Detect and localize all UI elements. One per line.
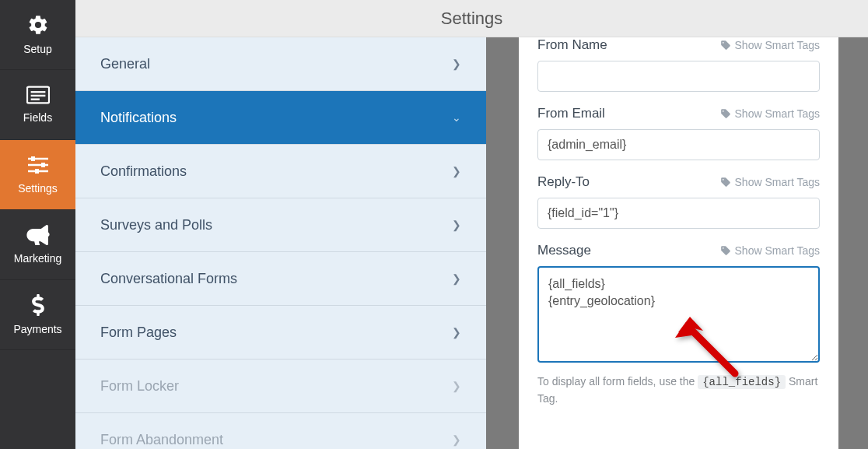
- rail-label: Settings: [18, 182, 58, 195]
- svg-rect-7: [41, 163, 45, 167]
- smart-tags-toggle[interactable]: Show Smart Tags: [720, 176, 820, 188]
- title-bar: Settings: [75, 0, 868, 37]
- nav-label: Confirmations: [100, 163, 187, 180]
- reply-to-input[interactable]: [537, 198, 820, 229]
- tags-icon: [720, 40, 731, 51]
- smart-tags-toggle[interactable]: Show Smart Tags: [720, 39, 820, 51]
- nav-item-form-pages[interactable]: Form Pages ❯: [75, 306, 486, 360]
- settings-nav: General ❯ Notifications ⌄ Confirmations …: [75, 37, 486, 449]
- nav-item-conversational[interactable]: Conversational Forms ❯: [75, 252, 486, 306]
- field-label: Message: [537, 243, 591, 258]
- field-label: From Email: [537, 106, 605, 121]
- smart-tags-toggle[interactable]: Show Smart Tags: [720, 244, 820, 257]
- list-icon: [26, 86, 50, 107]
- chevron-right-icon: ❯: [452, 165, 461, 177]
- nav-item-form-abandonment[interactable]: Form Abandonment ❯: [75, 413, 486, 449]
- message-textarea[interactable]: [537, 266, 820, 363]
- nav-label: Conversational Forms: [100, 271, 237, 287]
- bullhorn-icon: [26, 225, 50, 247]
- field-from-email: From Email Show Smart Tags: [537, 106, 820, 160]
- field-label: Reply-To: [537, 174, 590, 190]
- rail-label: Marketing: [14, 252, 61, 265]
- rail-item-settings[interactable]: Settings: [0, 140, 75, 210]
- chevron-right-icon: ❯: [452, 272, 461, 285]
- svg-rect-5: [31, 156, 35, 161]
- nav-item-surveys[interactable]: Surveys and Polls ❯: [75, 198, 486, 252]
- svg-rect-9: [35, 169, 39, 174]
- tags-icon: [720, 108, 731, 119]
- field-label: From Name: [537, 37, 607, 53]
- nav-item-notifications[interactable]: Notifications ⌄: [75, 91, 486, 145]
- nav-item-confirmations[interactable]: Confirmations ❯: [75, 145, 486, 198]
- sliders-icon: [26, 155, 50, 177]
- chevron-right-icon: ❯: [452, 58, 461, 70]
- smart-tags-toggle[interactable]: Show Smart Tags: [720, 107, 820, 120]
- rail-label: Payments: [13, 323, 61, 335]
- hint-code: {all_fields}: [698, 375, 786, 389]
- left-rail: Setup Fields Settings Marketing Payments: [0, 0, 75, 449]
- field-message: Message Show Smart Tags To display all f…: [537, 243, 820, 407]
- field-from-name: From Name Show Smart Tags: [537, 37, 820, 92]
- nav-label: General: [100, 56, 150, 72]
- chevron-right-icon: ❯: [452, 326, 461, 339]
- chevron-right-icon: ❯: [452, 380, 461, 392]
- rail-label: Fields: [23, 111, 52, 124]
- rail-item-setup[interactable]: Setup: [0, 0, 75, 70]
- rail-item-marketing[interactable]: Marketing: [0, 210, 75, 280]
- nav-label: Form Abandonment: [100, 432, 223, 448]
- nav-item-general[interactable]: General ❯: [75, 37, 486, 91]
- dollar-icon: [31, 294, 45, 318]
- gear-icon: [27, 14, 49, 38]
- chevron-down-icon: ⌄: [452, 111, 461, 124]
- rail-item-payments[interactable]: Payments: [0, 280, 75, 350]
- tags-icon: [720, 177, 731, 188]
- chevron-right-icon: ❯: [452, 433, 461, 446]
- tags-icon: [720, 245, 731, 256]
- from-name-input[interactable]: [537, 61, 820, 92]
- nav-label: Form Pages: [100, 324, 177, 341]
- nav-label: Form Locker: [100, 378, 179, 395]
- rail-item-fields[interactable]: Fields: [0, 70, 75, 140]
- nav-label: Surveys and Polls: [100, 217, 212, 233]
- chevron-right-icon: ❯: [452, 219, 461, 231]
- page-title: Settings: [441, 9, 503, 29]
- form-panel: From Name Show Smart Tags From Email Sho…: [519, 37, 838, 449]
- field-reply-to: Reply-To Show Smart Tags: [537, 174, 820, 229]
- from-email-input[interactable]: [537, 129, 820, 160]
- rail-label: Setup: [23, 43, 52, 55]
- canvas: From Name Show Smart Tags From Email Sho…: [486, 37, 868, 449]
- nav-item-form-locker[interactable]: Form Locker ❯: [75, 360, 486, 413]
- message-hint: To display all form fields, use the {all…: [537, 374, 820, 407]
- nav-label: Notifications: [100, 110, 177, 126]
